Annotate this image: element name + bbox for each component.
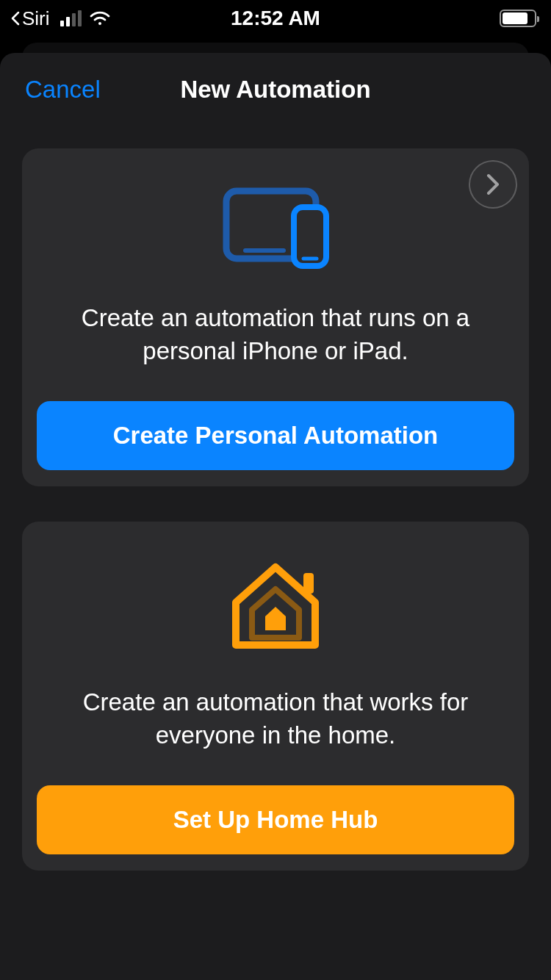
home-description: Create an automation that works for ever… bbox=[37, 686, 514, 752]
back-caret-icon bbox=[10, 11, 21, 26]
personal-description: Create an automation that runs on a pers… bbox=[37, 302, 514, 367]
status-left: Siri bbox=[10, 7, 111, 30]
cellular-signal-icon bbox=[60, 10, 82, 26]
status-right bbox=[500, 10, 536, 27]
back-app-label: Siri bbox=[22, 7, 50, 30]
home-automation-card: Create an automation that works for ever… bbox=[22, 522, 529, 871]
cancel-button[interactable]: Cancel bbox=[25, 76, 101, 104]
back-to-app[interactable]: Siri bbox=[10, 7, 50, 30]
create-personal-automation-button[interactable]: Create Personal Automation bbox=[37, 401, 514, 470]
status-time: 12:52 AM bbox=[231, 7, 320, 30]
forward-button[interactable] bbox=[469, 160, 517, 209]
set-up-home-hub-button[interactable]: Set Up Home Hub bbox=[37, 785, 514, 854]
home-icon bbox=[37, 558, 514, 654]
nav-bar: Cancel New Automation bbox=[0, 53, 551, 126]
wifi-icon bbox=[89, 10, 111, 26]
modal-sheet: Cancel New Automation Create an automati… bbox=[0, 53, 551, 980]
chevron-right-icon bbox=[485, 173, 501, 196]
status-bar: Siri 12:52 AM bbox=[0, 0, 551, 37]
content: Create an automation that runs on a pers… bbox=[0, 126, 551, 871]
devices-icon bbox=[37, 185, 514, 270]
battery-icon bbox=[500, 10, 536, 27]
personal-automation-card: Create an automation that runs on a pers… bbox=[22, 148, 529, 486]
svg-rect-4 bbox=[303, 573, 314, 594]
page-title: New Automation bbox=[180, 76, 370, 104]
